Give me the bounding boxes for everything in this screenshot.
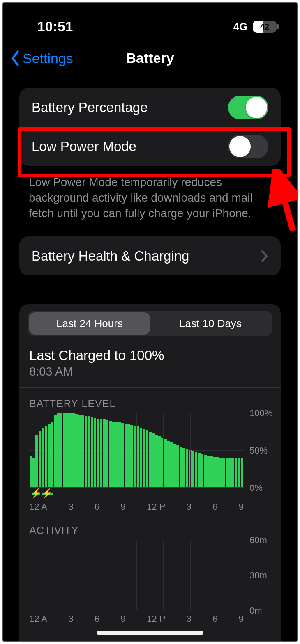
- x-tick-label: 12 A: [29, 614, 47, 624]
- x-tick-label: 3: [68, 614, 73, 624]
- battery-level-bar: [155, 435, 157, 487]
- battery-level-bar: [118, 422, 121, 487]
- battery-level-bar: [112, 422, 115, 487]
- battery-level-bar: [134, 426, 136, 487]
- low-power-mode-row[interactable]: Low Power Mode: [19, 127, 281, 166]
- battery-level-bar: [198, 453, 200, 487]
- charging-segment: ⚡: [42, 493, 53, 495]
- low-power-footnote: Low Power Mode temporarily reduces backg…: [29, 174, 276, 221]
- x-tick-label: 9: [120, 614, 125, 624]
- battery-level-bar: [75, 414, 78, 487]
- x-tick-label: 6: [95, 614, 99, 624]
- last-charged-block: Last Charged to 100% 8:03 AM: [29, 348, 272, 378]
- battery-level-bar: [158, 436, 161, 487]
- battery-level-bar: [57, 413, 60, 487]
- tab-last-24-hours[interactable]: Last 24 Hours: [29, 312, 150, 335]
- battery-level-bar: [32, 458, 35, 487]
- battery-percentage-value: 42: [253, 21, 277, 33]
- battery-level-bar: [127, 424, 130, 487]
- last-charged-title: Last Charged to 100%: [29, 348, 272, 363]
- battery-level-bar: [35, 435, 38, 487]
- battery-level-bar: [213, 457, 216, 487]
- x-tick-label: 3: [187, 502, 192, 512]
- low-power-mode-toggle[interactable]: [228, 135, 268, 158]
- battery-level-bar: [231, 458, 234, 487]
- battery-level-bar: [45, 426, 47, 487]
- battery-level-bar: [85, 416, 87, 487]
- battery-level-bar: [164, 439, 166, 487]
- battery-level-bar: [186, 449, 188, 487]
- battery-level-bar: [180, 447, 182, 487]
- battery-level-bar: [130, 425, 133, 487]
- activity-chart: 60m30m0m 12 A36912 P369: [29, 540, 244, 624]
- battery-level-bar: [222, 458, 225, 487]
- x-tick-label: 6: [95, 502, 99, 512]
- battery-percentage-label: Battery Percentage: [32, 100, 148, 115]
- battery-level-bar: [66, 413, 69, 487]
- battery-usage-section: Last 24 Hours Last 10 Days Last Charged …: [19, 304, 281, 641]
- x-tick-label: 9: [120, 502, 125, 512]
- y-tick-label: 100%: [249, 408, 273, 419]
- x-tick-label: 6: [212, 614, 217, 624]
- battery-level-bar: [201, 454, 203, 487]
- battery-level-bar: [88, 416, 90, 487]
- x-tick-label: 9: [239, 502, 244, 512]
- battery-level-bar: [30, 456, 32, 487]
- battery-health-row[interactable]: Battery Health & Charging: [19, 236, 281, 275]
- battery-percentage-row[interactable]: Battery Percentage: [19, 88, 281, 127]
- battery-level-bar: [241, 458, 243, 487]
- battery-health-label: Battery Health & Charging: [32, 248, 189, 264]
- x-tick-label: 12 P: [147, 614, 165, 624]
- battery-level-bar: [195, 452, 197, 487]
- home-indicator[interactable]: [97, 631, 203, 635]
- battery-level-bar: [176, 445, 179, 487]
- battery-level-bar: [72, 413, 75, 487]
- status-right: 4G 42: [228, 21, 279, 33]
- battery-level-bar: [143, 429, 145, 487]
- battery-level-bar: [228, 458, 231, 487]
- battery-level-bar: [48, 424, 50, 487]
- y-tick-label: 0m: [249, 605, 273, 616]
- y-tick-label: 0%: [249, 483, 273, 493]
- x-tick-label: 3: [68, 502, 73, 512]
- battery-level-bar: [140, 428, 142, 487]
- battery-level-bar: [152, 433, 155, 487]
- x-tick-label: 9: [239, 614, 244, 624]
- battery-level-bar: [106, 420, 108, 487]
- battery-level-chart: 100%50%0% ⚡⚡ 12 A36912 P369: [29, 413, 244, 512]
- battery-level-bar: [115, 422, 118, 487]
- x-tick-label: 6: [212, 502, 217, 512]
- battery-level-bar: [63, 413, 65, 487]
- battery-level-bar: [100, 419, 102, 487]
- battery-level-bar: [167, 441, 170, 487]
- chevron-right-icon: [261, 250, 268, 262]
- x-tick-label: 12 P: [147, 502, 165, 512]
- status-time: 10:51: [37, 19, 73, 34]
- battery-level-bar: [97, 419, 99, 487]
- battery-level-bar: [78, 415, 81, 487]
- battery-level-bar: [226, 458, 228, 487]
- page-title: Battery: [3, 50, 297, 66]
- battery-level-bar: [192, 451, 194, 487]
- x-tick-label: 12 A: [29, 502, 47, 512]
- y-tick-label: 50%: [249, 445, 273, 456]
- battery-level-bar: [204, 455, 206, 487]
- network-label: 4G: [233, 21, 248, 33]
- battery-level-bar: [149, 432, 151, 487]
- battery-level-bar: [235, 458, 237, 487]
- y-tick-label: 30m: [249, 570, 273, 581]
- nav-bar: Settings Battery: [3, 46, 297, 71]
- battery-level-title: BATTERY LEVEL: [29, 398, 272, 410]
- tab-last-10-days[interactable]: Last 10 Days: [150, 312, 271, 335]
- svg-line-1: [279, 179, 293, 231]
- last-charged-time: 8:03 AM: [29, 365, 272, 378]
- battery-level-bar: [42, 428, 44, 487]
- battery-level-bar: [121, 423, 124, 487]
- battery-percentage-toggle[interactable]: [228, 96, 268, 119]
- y-tick-label: 60m: [249, 535, 273, 545]
- status-bar: 10:51 4G 42: [3, 3, 297, 40]
- battery-settings-screen: 10:51 4G 42 Settings Battery: [2, 2, 298, 642]
- time-range-segmented-control: Last 24 Hours Last 10 Days: [28, 311, 272, 336]
- battery-level-bar: [173, 444, 176, 487]
- battery-level-bar: [210, 456, 212, 487]
